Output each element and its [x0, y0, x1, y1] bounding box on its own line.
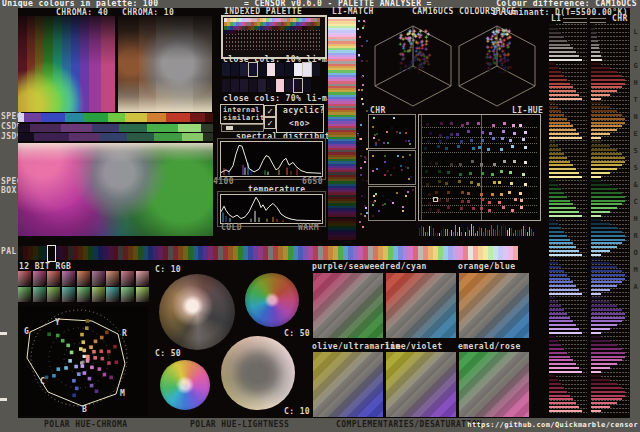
warm-label: WARM	[298, 224, 319, 232]
similarity-slider-handle[interactable]	[226, 126, 233, 130]
wheel1-chroma-label: C: 10	[155, 266, 181, 274]
cam-point: +	[406, 36, 410, 40]
cam-point: +	[506, 36, 510, 40]
acyclic-label: acyclic?	[283, 107, 325, 115]
left-sidebar	[0, 8, 18, 418]
chr-scatter-box-3	[368, 186, 416, 221]
rgb12-label: 12 BIT RGB	[19, 263, 71, 271]
cam-point: +	[416, 66, 420, 70]
cam-point: +	[486, 45, 490, 49]
cam-point: +	[499, 58, 503, 62]
indexed-palette-box[interactable]	[221, 15, 327, 59]
cam-point: +	[486, 36, 490, 40]
cam-point: +	[497, 70, 501, 74]
wheel3-chroma-label: C: 50	[155, 350, 181, 358]
comp-tile-lime-violet	[385, 351, 457, 418]
cam-point: +	[399, 61, 403, 65]
polar-label-g: G	[24, 328, 29, 336]
cam-point: +	[424, 29, 428, 33]
cam-point: +	[492, 49, 496, 53]
vertical-letter: O	[631, 249, 640, 257]
comp-label-emerald-rose: emerald/rose	[458, 343, 521, 351]
cam16ucs-scatter: ++++++++++++++++++++++++++++++++++++++++…	[370, 14, 540, 109]
spec-box-label-2: BOX	[1, 187, 17, 195]
cam-point: +	[419, 53, 423, 57]
pal-colour-strip[interactable]	[18, 246, 518, 260]
cold-label: COLD	[221, 224, 242, 232]
cam-point: +	[418, 35, 422, 39]
chr-scatter-box-1	[368, 114, 416, 149]
palette-count-label: Unique colours in palette: 100	[2, 0, 159, 8]
acyclic-value[interactable]: <no>	[289, 120, 310, 128]
cam-point: +	[403, 42, 407, 46]
csd-gradient-strip	[18, 124, 213, 132]
cam-point: +	[506, 43, 510, 47]
chroma10-preview-image	[118, 16, 212, 112]
comp-tile-purple-seaweed	[312, 272, 384, 339]
li-match-strip	[328, 17, 356, 239]
cam-point: +	[502, 70, 506, 74]
polar-hue-chroma-panel: G Y R C M B	[18, 306, 148, 416]
cam-point: +	[507, 29, 511, 33]
cam-point: +	[420, 39, 424, 43]
comp-tile-olive-ultramarine	[312, 351, 384, 418]
vertical-letter: T	[631, 96, 640, 104]
sidebar-marker-top[interactable]	[0, 332, 7, 335]
cam-point: +	[413, 29, 417, 33]
li-hue-scatter	[418, 114, 541, 221]
chroma40-preview-image	[18, 16, 115, 112]
wheel4-chroma-label: C: 10	[284, 408, 310, 416]
vertical-letter: M	[631, 266, 640, 274]
comp-label-lime-violet: lime/violet	[385, 343, 442, 351]
temperature-panel	[220, 194, 323, 224]
vertical-letter: R	[631, 232, 640, 240]
cam-point: +	[428, 53, 432, 57]
li-header-rule	[563, 18, 587, 23]
jsd-gradient-strip	[18, 133, 213, 141]
close-cols-70-row	[222, 79, 326, 92]
cam-point: +	[503, 59, 507, 63]
internal-similarity-checkbox[interactable]: ✓	[264, 105, 276, 117]
cam-point: +	[501, 49, 505, 53]
vertical-letter: I	[631, 45, 640, 53]
polar-label-b: B	[82, 406, 87, 414]
cam-point: +	[487, 66, 491, 70]
temperature-label: temperature	[248, 186, 305, 194]
cam-point: +	[399, 69, 403, 73]
similarity-slider-track[interactable]	[221, 124, 264, 132]
hue-lightness-wheel-c10-pale	[221, 336, 295, 410]
comp-label-orange-blue: orange/blue	[458, 263, 515, 271]
cam-point: +	[492, 60, 496, 64]
cam-point: +	[491, 34, 495, 38]
acyclic-checkbox[interactable]: ✓	[264, 117, 276, 129]
hue-lightness-wheel-c10-large	[159, 274, 235, 350]
polar-label-m: M	[120, 390, 125, 398]
vertical-letter: N	[631, 113, 640, 121]
sidebar-marker-bottom[interactable]	[0, 398, 7, 401]
vertical-letter: S	[631, 147, 640, 155]
vertical-letter: G	[631, 62, 640, 70]
spec-box-image	[18, 143, 213, 236]
li-match-header: LI-MATCH	[332, 8, 374, 16]
indexed-palette-grid[interactable]	[224, 18, 320, 50]
spectral-distribution-panel	[220, 141, 323, 177]
spectral-max-label: 6650	[302, 178, 323, 186]
lightness-histogram	[549, 24, 587, 414]
vertical-letter: &	[631, 181, 640, 189]
cam-point: +	[412, 58, 416, 62]
comp-tile-orange-blue	[458, 272, 530, 339]
internal-similarity-box: internal similarity	[220, 104, 264, 124]
hue-lightness-wheel-c50-bottom	[160, 360, 210, 410]
cam-point: +	[399, 35, 403, 39]
close-cols-10-row	[222, 63, 326, 76]
cam-point: +	[497, 28, 501, 32]
pal-cursor[interactable]	[47, 245, 56, 262]
cam-point: +	[509, 65, 513, 69]
repo-url-link[interactable]: https://github.com/Quickmarble/censor	[467, 421, 638, 429]
comp-label-purple-seaweed: purple/seaweed	[312, 263, 385, 271]
cam-point: +	[500, 40, 504, 44]
chr-column-header: CHR	[612, 15, 628, 23]
vertical-letter: S	[631, 164, 640, 172]
wheel2-chroma-label: C: 50	[284, 330, 310, 338]
comp-tile-emerald-rose	[458, 351, 530, 418]
